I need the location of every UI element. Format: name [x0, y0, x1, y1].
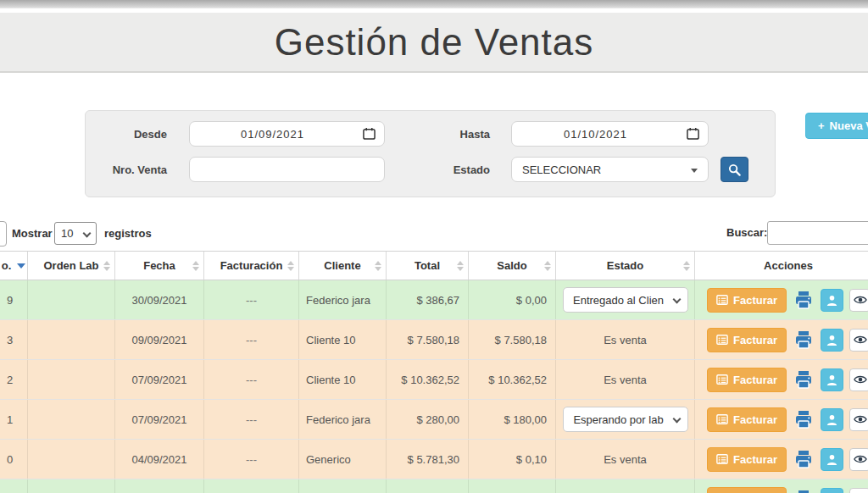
- cell-saldo: $ 0,00: [469, 479, 556, 493]
- person-icon: [826, 413, 838, 426]
- cell-facturacion: ---: [204, 280, 299, 319]
- cell-facturacion: ---: [204, 320, 299, 359]
- calendar-icon[interactable]: [687, 127, 699, 140]
- nro-venta-input[interactable]: [189, 157, 385, 182]
- cell-acciones: Facturar $: [695, 280, 868, 319]
- cell-nro: 1: [0, 400, 28, 439]
- registros-label: registros: [104, 227, 152, 240]
- column-header-saldo[interactable]: Saldo: [469, 252, 556, 280]
- desde-date-input[interactable]: [189, 121, 385, 147]
- buscar-input[interactable]: [767, 221, 868, 245]
- cell-orden-lab: [28, 440, 115, 479]
- page-title: Gestión de Ventas: [275, 21, 594, 64]
- cell-total: $ 10.362,52: [387, 360, 469, 399]
- new-sale-label: Nueva Ve: [830, 119, 868, 132]
- cell-total: $ 386,67: [387, 280, 469, 319]
- cell-fecha: 07/09/2021: [115, 360, 204, 399]
- cell-orden-lab: [28, 280, 115, 319]
- cell-fecha: 09/09/2021: [115, 320, 204, 359]
- estado-filter-select[interactable]: SELECCIONAR: [511, 157, 709, 182]
- estado-label: Estado: [397, 163, 490, 176]
- cell-estado: Es venta: [556, 320, 695, 359]
- cell-fecha: 04/09/2021: [115, 440, 204, 479]
- view-button[interactable]: [849, 368, 868, 391]
- print-button[interactable]: [793, 289, 815, 312]
- client-button[interactable]: [821, 289, 843, 312]
- facturar-button[interactable]: Facturar: [707, 487, 787, 493]
- person-icon: [826, 294, 838, 307]
- hasta-date-field: [511, 121, 709, 147]
- sort-icon: [683, 261, 690, 271]
- facturar-button[interactable]: Facturar: [707, 368, 787, 392]
- cutoff-control[interactable]: [0, 221, 7, 246]
- column-header-cliente[interactable]: Cliente: [299, 252, 387, 280]
- window-title-bar: [0, 0, 868, 8]
- view-button[interactable]: [849, 488, 868, 493]
- cell-saldo: $ 0,00: [469, 280, 556, 319]
- person-icon: [826, 334, 838, 346]
- column-header-fecha[interactable]: Fecha: [115, 252, 204, 280]
- cell-facturacion: ---: [204, 360, 299, 399]
- cell-total: $ 7.580,18: [387, 320, 469, 359]
- cell-orden-lab: [28, 479, 115, 493]
- cell-fecha: 30/09/2021: [115, 280, 204, 319]
- cell-cliente: Federico jara: [299, 479, 387, 493]
- cell-cliente: Federico jara: [299, 280, 387, 319]
- chevron-down-icon: [672, 415, 681, 424]
- column-header-nro[interactable]: o.: [0, 252, 28, 280]
- page-header: Gestión de Ventas: [0, 13, 868, 73]
- cell-total: $ 0,00: [387, 479, 469, 493]
- person-icon: [826, 453, 838, 466]
- view-button[interactable]: [849, 448, 868, 471]
- nro-venta-label: Nro. Venta: [86, 163, 167, 176]
- facturar-button[interactable]: Facturar: [707, 288, 787, 313]
- print-button[interactable]: [793, 448, 815, 471]
- sort-desc-icon: [17, 263, 25, 269]
- view-button[interactable]: [849, 329, 868, 352]
- print-button[interactable]: [793, 368, 815, 391]
- plus-icon: +: [818, 119, 825, 132]
- page-size-select[interactable]: 10: [54, 222, 97, 245]
- client-button[interactable]: [821, 408, 843, 431]
- print-button[interactable]: [793, 408, 815, 431]
- print-button[interactable]: [793, 329, 815, 352]
- cell-facturacion: [204, 479, 299, 493]
- column-header-estado[interactable]: Estado: [556, 252, 695, 280]
- sort-icon: [192, 261, 199, 271]
- cell-nro: 2: [0, 360, 28, 399]
- facturar-button[interactable]: Facturar: [707, 328, 787, 352]
- chevron-down-icon: [83, 230, 92, 238]
- cell-fecha: 04/09/2021: [115, 479, 204, 493]
- client-button[interactable]: [821, 329, 843, 352]
- print-button[interactable]: [793, 488, 815, 493]
- facturar-button[interactable]: Facturar: [707, 407, 787, 432]
- client-button[interactable]: [821, 448, 843, 471]
- eye-icon: [854, 335, 867, 345]
- estado-row-select[interactable]: Entregado al Clien: [563, 287, 688, 313]
- table-header-row: o. Orden Lab Fecha Facturación Cliente T…: [0, 252, 868, 280]
- cell-cliente: Generico: [299, 440, 387, 479]
- column-header-facturacion[interactable]: Facturación: [204, 252, 299, 280]
- column-header-orden-lab[interactable]: Orden Lab: [28, 252, 115, 280]
- hasta-date-input[interactable]: [511, 121, 709, 147]
- cell-saldo: $ 0,10: [469, 440, 556, 479]
- search-button[interactable]: [721, 157, 748, 182]
- chevron-down-icon: [691, 169, 698, 173]
- column-header-total[interactable]: Total: [387, 252, 469, 280]
- estado-row-select[interactable]: Esperando por lab: [563, 407, 688, 432]
- client-button[interactable]: [821, 368, 843, 391]
- estado-selected-value: SELECCIONAR: [522, 163, 601, 176]
- printer-icon: [793, 369, 814, 390]
- calendar-icon[interactable]: [363, 127, 376, 140]
- filter-panel: Desde Hasta Nro. Venta Estado SELECCIONA…: [85, 110, 776, 197]
- view-button[interactable]: [849, 408, 868, 431]
- cell-facturacion: ---: [204, 440, 299, 479]
- cell-total: $ 5.781,30: [387, 440, 469, 479]
- buscar-label: Buscar:: [726, 226, 767, 239]
- new-sale-button[interactable]: + Nueva Ve: [805, 113, 868, 139]
- client-button[interactable]: [821, 488, 843, 493]
- sort-icon: [375, 261, 381, 271]
- facturar-button[interactable]: Facturar: [707, 447, 787, 472]
- view-button[interactable]: [849, 289, 868, 312]
- sort-icon: [103, 261, 110, 271]
